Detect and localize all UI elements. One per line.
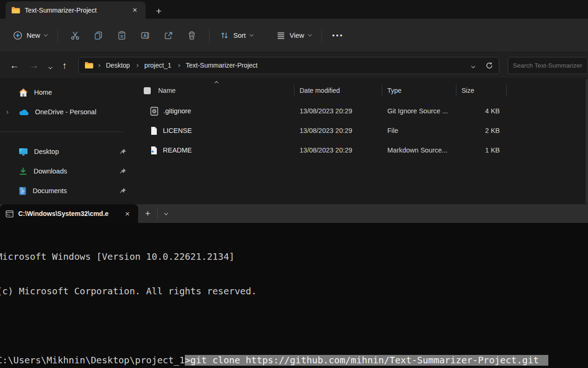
terminal-output[interactable]: Microsoft Windows [Version 10.0.22621.21… bbox=[0, 223, 588, 368]
chevron-down-icon bbox=[49, 65, 52, 69]
sidebar-item-onedrive[interactable]: OneDrive - Personal bbox=[0, 102, 133, 122]
sidebar-divider bbox=[0, 132, 124, 132]
column-header-label: Size bbox=[462, 87, 474, 94]
plain-file-icon bbox=[150, 126, 158, 135]
folder-icon bbox=[11, 7, 20, 14]
paste-button[interactable] bbox=[110, 27, 133, 44]
terminal-tab-bar: C:\Windows\System32\cmd.e × + bbox=[0, 204, 588, 223]
sidebar-item-downloads[interactable]: Downloads bbox=[0, 161, 133, 181]
terminal-new-tab-button[interactable]: + bbox=[138, 204, 157, 223]
breadcrumb-separator-icon bbox=[177, 63, 180, 67]
sidebar-item-home[interactable]: Home bbox=[0, 83, 133, 102]
markdown-file-icon bbox=[150, 146, 158, 155]
recent-locations-button[interactable] bbox=[44, 57, 57, 74]
more-options-button[interactable]: ••• bbox=[328, 31, 349, 39]
home-icon bbox=[19, 88, 28, 97]
file-type: Git Ignore Source ... bbox=[382, 107, 456, 115]
chevron-down-icon bbox=[471, 64, 475, 68]
copy-icon bbox=[93, 30, 104, 41]
selected-command-text: >git clone https://github.com/mihnin/Tex… bbox=[185, 355, 548, 366]
column-header-date-modified[interactable]: Date modified bbox=[294, 83, 382, 98]
trash-icon bbox=[187, 30, 197, 41]
cut-button[interactable] bbox=[63, 27, 87, 44]
column-header-type[interactable]: Type bbox=[382, 83, 456, 98]
terminal-tab-title: C:\Windows\System32\cmd.e bbox=[18, 210, 118, 217]
refresh-button[interactable] bbox=[485, 62, 493, 69]
sidebar-item-label: OneDrive - Personal bbox=[35, 108, 96, 116]
up-button[interactable]: ↑ bbox=[57, 57, 72, 74]
file-size: 2 KB bbox=[456, 127, 506, 134]
file-list: Name Date modified Type Size bbox=[133, 79, 588, 204]
share-button[interactable] bbox=[157, 27, 180, 44]
column-header-size[interactable]: Size bbox=[456, 83, 506, 98]
file-date: 13/08/2023 20:29 bbox=[294, 127, 382, 134]
sidebar-item-label: Home bbox=[34, 89, 52, 96]
explorer-content: Home OneDrive - Personal Desktop bbox=[0, 79, 588, 204]
address-dropdown-button[interactable] bbox=[465, 62, 481, 69]
explorer-tab-close-icon[interactable]: × bbox=[130, 5, 140, 15]
terminal-blank-line bbox=[0, 320, 588, 332]
toolbar-divider bbox=[57, 28, 58, 42]
scrollbar[interactable] bbox=[586, 79, 588, 204]
select-all-checkbox[interactable] bbox=[144, 87, 151, 94]
terminal-tab[interactable]: C:\Windows\System32\cmd.e × bbox=[0, 204, 138, 223]
address-bar[interactable]: Desktop project_1 Text-Summarizer-Projec… bbox=[78, 57, 499, 74]
paste-icon bbox=[117, 30, 127, 41]
terminal-line: (c) Microsoft Corporation. All rights re… bbox=[0, 286, 588, 298]
explorer-command-bar: New Sort bbox=[0, 19, 588, 52]
file-list-header: Name Date modified Type Size bbox=[133, 83, 588, 98]
toolbar-divider bbox=[209, 28, 210, 42]
back-button[interactable]: ← bbox=[5, 57, 24, 74]
new-button[interactable]: New bbox=[8, 27, 52, 44]
toolbar-divider bbox=[322, 28, 322, 42]
pin-icon bbox=[119, 168, 126, 175]
documents-icon bbox=[19, 187, 27, 195]
sort-button[interactable]: Sort bbox=[215, 27, 258, 44]
column-header-name[interactable]: Name bbox=[133, 83, 294, 98]
sort-button-label: Sort bbox=[233, 32, 246, 39]
refresh-icon bbox=[485, 62, 493, 69]
forward-button[interactable]: → bbox=[24, 57, 44, 74]
terminal-command-line: C:\Users\Mikhnin\Desktop\project_1>git c… bbox=[0, 355, 588, 367]
terminal-line: Microsoft Windows [Version 10.0.22621.21… bbox=[0, 251, 588, 263]
breadcrumb-separator-icon bbox=[97, 63, 100, 67]
cmd-icon bbox=[6, 210, 14, 218]
file-name: .gitignore bbox=[163, 107, 191, 115]
view-button-label: View bbox=[290, 32, 304, 39]
table-row[interactable]: LICENSE 13/08/2023 20:29 File 2 KB bbox=[133, 121, 588, 140]
column-header-label: Type bbox=[387, 87, 401, 94]
prompt-path: C:\Users\Mikhnin\Desktop\project_1 bbox=[0, 355, 185, 366]
share-icon bbox=[163, 30, 174, 41]
navigation-pane: Home OneDrive - Personal Desktop bbox=[0, 79, 133, 204]
delete-button[interactable] bbox=[180, 27, 203, 44]
explorer-tab-bar: Text-Summarizer-Project × + bbox=[0, 0, 588, 19]
breadcrumb-item-current[interactable]: Text-Summarizer-Project bbox=[184, 60, 259, 70]
terminal-dropdown-button[interactable] bbox=[158, 204, 175, 223]
file-type: File bbox=[382, 127, 456, 134]
rename-button[interactable] bbox=[133, 27, 157, 44]
sidebar-item-desktop[interactable]: Desktop bbox=[0, 142, 133, 161]
search-box[interactable] bbox=[508, 57, 588, 74]
search-input[interactable] bbox=[508, 62, 588, 69]
explorer-new-tab-button[interactable]: + bbox=[146, 6, 169, 19]
explorer-tab-title: Text-Summarizer-Project bbox=[25, 7, 125, 14]
table-row[interactable]: .gitignore 13/08/2023 20:29 Git Ignore S… bbox=[133, 101, 588, 121]
view-button[interactable]: View bbox=[272, 28, 316, 43]
terminal-tab-close-icon[interactable]: × bbox=[122, 209, 133, 219]
expand-chevron-icon[interactable] bbox=[5, 110, 8, 113]
new-plus-icon bbox=[13, 31, 22, 40]
sidebar-item-documents[interactable]: Documents bbox=[0, 181, 133, 201]
chevron-down-icon bbox=[44, 33, 48, 36]
chevron-down-icon bbox=[249, 33, 253, 36]
gitignore-file-icon bbox=[150, 107, 158, 116]
copy-button[interactable] bbox=[87, 27, 110, 44]
explorer-tab[interactable]: Text-Summarizer-Project × bbox=[6, 1, 146, 19]
rename-icon bbox=[140, 30, 150, 41]
chevron-down-icon bbox=[164, 211, 168, 215]
file-explorer-window: Text-Summarizer-Project × + New bbox=[0, 0, 588, 204]
table-row[interactable]: README 13/08/2023 20:29 Markdown Source.… bbox=[133, 140, 588, 160]
breadcrumb-item-project1[interactable]: project_1 bbox=[142, 60, 173, 70]
breadcrumb-item-desktop[interactable]: Desktop bbox=[104, 60, 132, 70]
sidebar-item-label: Desktop bbox=[34, 148, 59, 155]
pin-icon bbox=[119, 148, 126, 155]
